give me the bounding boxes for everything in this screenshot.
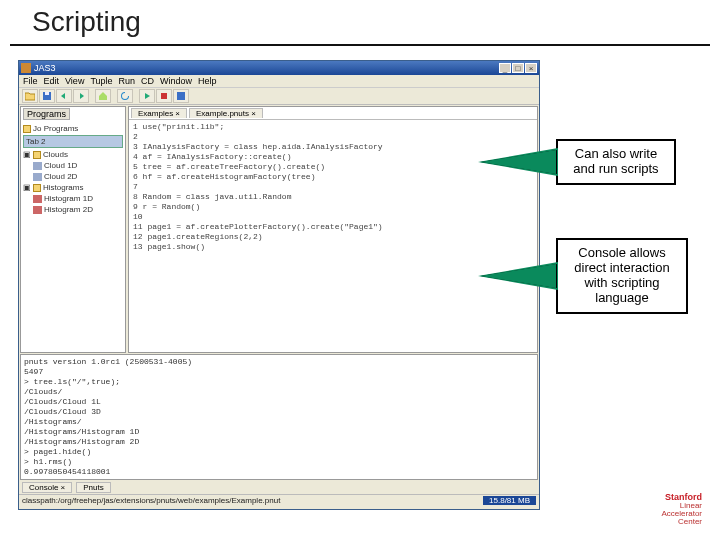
tab-example-pnut[interactable]: Example.pnuts ×: [189, 108, 263, 118]
title-divider: [10, 44, 710, 46]
status-memory: 15.8/81 MB: [483, 496, 536, 505]
folder-icon: [33, 151, 41, 159]
arrow-right-icon: [76, 91, 86, 101]
histogram-icon: [33, 206, 42, 214]
slac-logo: Stanford Linear Accelerator Center: [662, 493, 702, 526]
refresh-button[interactable]: [117, 89, 133, 103]
home-icon: [98, 91, 108, 101]
menu-help[interactable]: Help: [198, 76, 217, 86]
folder-icon: [33, 184, 41, 192]
menu-cd[interactable]: CD: [141, 76, 154, 86]
stop-button[interactable]: [156, 89, 172, 103]
folder-icon: [23, 125, 31, 133]
logo-line-4: Center: [662, 518, 702, 526]
menubar: File Edit View Tuple Run CD Window Help: [19, 75, 539, 88]
refresh-icon: [120, 91, 130, 101]
tree-clouds[interactable]: ▣ Clouds: [23, 149, 123, 160]
tree-node-label: Cloud 1D: [44, 160, 77, 171]
page-title: Scripting: [0, 0, 720, 44]
minimize-button[interactable]: _: [499, 63, 511, 73]
app-icon: [21, 63, 31, 73]
editor: Examples × Example.pnuts × 1 use("prinit…: [128, 106, 538, 353]
callout-console: Console allows direct interaction with s…: [556, 238, 688, 314]
console[interactable]: pnuts version 1.0rc1 (2500531-4005) 5497…: [20, 354, 538, 480]
menu-file[interactable]: File: [23, 76, 38, 86]
tree-node-label: Tab 2: [26, 136, 46, 147]
tree-node-label: Histogram 2D: [44, 204, 93, 215]
tree: Jo Programs Tab 2 ▣ Clouds Cloud 1D Clou…: [21, 121, 125, 217]
tab-examples[interactable]: Examples ×: [131, 108, 187, 118]
app-window: JAS3 _ □ × File Edit View Tuple Run CD W…: [18, 60, 540, 510]
titlebar: JAS3 _ □ ×: [19, 61, 539, 75]
tree-hist1d[interactable]: Histogram 1D: [33, 193, 123, 204]
sidebar: Programs Jo Programs Tab 2 ▣ Clouds Clou…: [20, 106, 126, 353]
svg-rect-1: [45, 92, 49, 95]
tree-node-label: Clouds: [43, 149, 68, 160]
tree-cloud1d[interactable]: Cloud 1D: [33, 160, 123, 171]
maximize-button[interactable]: □: [512, 63, 524, 73]
disk-icon: [176, 91, 186, 101]
forward-button[interactable]: [73, 89, 89, 103]
play-icon: [142, 91, 152, 101]
status-path: classpath:/org/freehep/jas/extensions/pn…: [22, 496, 280, 505]
home-button[interactable]: [95, 89, 111, 103]
svg-rect-3: [177, 92, 185, 100]
stop-icon: [159, 91, 169, 101]
menu-window[interactable]: Window: [160, 76, 192, 86]
chart-icon: [33, 173, 42, 181]
disk-icon: [42, 91, 52, 101]
menu-run[interactable]: Run: [119, 76, 136, 86]
close-button[interactable]: ×: [525, 63, 537, 73]
editor-tabs: Examples × Example.pnuts ×: [129, 107, 537, 120]
tab-console[interactable]: Console ×: [22, 482, 72, 493]
sidebar-tabs: Programs: [21, 107, 125, 121]
back-button[interactable]: [56, 89, 72, 103]
tree-hist[interactable]: ▣ Histograms: [23, 182, 123, 193]
svg-rect-2: [161, 93, 167, 99]
save-button-2[interactable]: [173, 89, 189, 103]
callout-scripts: Can also write and run scripts: [556, 139, 676, 185]
code-area[interactable]: 1 use("prinit.lib"; 2 3 IAnalysisFactory…: [129, 120, 537, 353]
histogram-icon: [33, 195, 42, 203]
save-button[interactable]: [39, 89, 55, 103]
tab-pnuts[interactable]: Pnuts: [76, 482, 110, 493]
open-button[interactable]: [22, 89, 38, 103]
chart-icon: [33, 162, 42, 170]
bottom-tabs: Console × Pnuts: [19, 480, 539, 494]
tree-node-label: Histograms: [43, 182, 83, 193]
tree-cloud2d[interactable]: Cloud 2D: [33, 171, 123, 182]
menu-edit[interactable]: Edit: [44, 76, 60, 86]
tree-tab[interactable]: Tab 2: [23, 135, 123, 148]
status-bar: classpath:/org/freehep/jas/extensions/pn…: [19, 494, 539, 506]
folder-icon: [25, 91, 35, 101]
window-title: JAS3: [34, 63, 56, 73]
menu-view[interactable]: View: [65, 76, 84, 86]
tree-node-label: Histogram 1D: [44, 193, 93, 204]
sidebar-tab-programs[interactable]: Programs: [23, 108, 70, 120]
menu-tuple[interactable]: Tuple: [90, 76, 112, 86]
tree-node-label: Cloud 2D: [44, 171, 77, 182]
toolbar: [19, 88, 539, 105]
tree-root[interactable]: Jo Programs: [23, 123, 123, 134]
main-row: Programs Jo Programs Tab 2 ▣ Clouds Clou…: [19, 105, 539, 354]
tree-node-label: Jo Programs: [33, 123, 78, 134]
run-button[interactable]: [139, 89, 155, 103]
tree-hist2d[interactable]: Histogram 2D: [33, 204, 123, 215]
arrow-left-icon: [59, 91, 69, 101]
